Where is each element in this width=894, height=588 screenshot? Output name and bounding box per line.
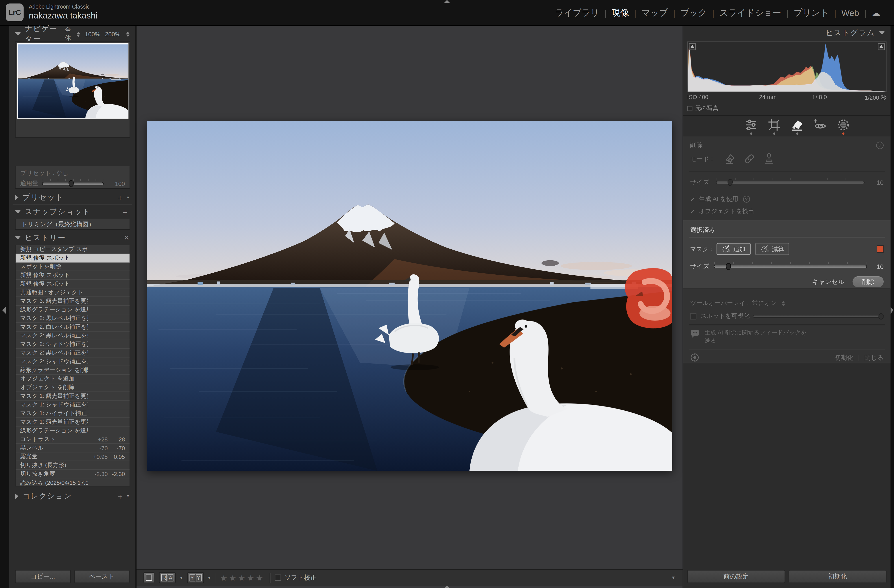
history-step[interactable]: 線形グラデーション を追加 [16,427,130,435]
history-step[interactable]: 切り抜き角度 -2.30 -2.30 [16,470,130,478]
clear-history-icon[interactable]: ✕ [124,234,130,242]
soft-proof-checkbox[interactable] [275,574,281,581]
photo-editor-view[interactable] [147,121,672,471]
mask-add-button[interactable]: 追加 [717,243,751,255]
visualize-spots-checkbox[interactable] [690,313,696,319]
module-tab-2[interactable]: マップ [642,8,668,18]
history-step[interactable]: 線形グラデーション を削除 [16,366,130,375]
add-snapshot-icon[interactable]: ＋ [121,208,130,216]
history-step[interactable]: 露光量 +0.95 0.95 [16,452,130,461]
module-tab-0[interactable]: ライブラリ [555,8,600,18]
previous-settings-button[interactable]: 前の設定 [687,570,785,583]
visualize-threshold-slider[interactable] [754,315,883,317]
mask-subtract-button[interactable]: 減算 [755,243,789,255]
history-step[interactable]: 線形グラデーション を追加 [16,306,130,314]
preset-menu-caret-icon[interactable]: ▾ [127,195,130,200]
feedback-link[interactable]: 生成 AI 削除に関するフィードバックを送る [690,329,883,345]
history-step[interactable]: オブジェクト を削除 [16,383,130,392]
zoom-level-updown-icon[interactable] [126,32,130,37]
history-header[interactable]: ヒストリー ✕ [9,232,136,244]
history-step[interactable]: マスク 2: 白レベル補正を更新 [16,323,130,332]
masking-tool-icon[interactable] [836,118,851,132]
preset-amount-slider-thumb[interactable] [68,180,74,187]
preset-amount-slider[interactable] [42,182,103,185]
original-photo-checkbox[interactable] [687,106,693,111]
reset-button[interactable]: 初期化 [788,570,886,583]
selected-size-slider-thumb[interactable] [726,263,731,270]
collapse-right-icon[interactable] [891,307,893,314]
delete-button[interactable]: 削除 [853,276,883,287]
split-view-caret-icon[interactable]: ▾ [208,576,210,580]
ai-help-icon[interactable]: ? [743,196,750,202]
collection-menu-caret-icon[interactable]: ▾ [127,494,130,499]
presets-header[interactable]: プリセット ＋▾ [9,191,136,204]
history-step[interactable]: 新規 修復 スポット [16,271,130,280]
history-step[interactable]: 新規 修復 スポット [16,254,130,262]
module-tab-1[interactable]: 現像 [612,8,629,18]
paste-button[interactable]: ペースト [74,570,130,583]
histogram-chart[interactable] [687,41,886,92]
collections-header[interactable]: コレクション ＋▾ [9,490,136,503]
history-step[interactable]: 共通範囲 : オブジェクト [16,288,130,297]
history-step[interactable]: マスク 1: 露光量補正を更新 [16,392,130,401]
zoom-updown-icon[interactable] [77,32,80,37]
tool-close-link[interactable]: 閉じる [864,353,883,362]
highlight-clipping-button[interactable] [878,43,885,50]
tool-reset-link[interactable]: 初期化 [835,353,853,362]
module-tab-6[interactable]: Web [841,8,859,18]
loupe-view-button[interactable] [143,572,154,583]
crop-tool-icon[interactable] [767,118,782,132]
selected-size-slider[interactable] [714,265,866,267]
histogram-header[interactable]: ヒストグラム [826,28,885,38]
history-step[interactable]: マスク 2: 黒レベル補正を更新 [16,314,130,323]
remove-size-slider-thumb[interactable] [728,179,733,185]
history-step[interactable]: マスク 2: 黒レベル補正を更新 [16,332,130,340]
history-step[interactable]: マスク 2: 黒レベル補正を更新 [16,349,130,357]
mode-clone-icon[interactable] [763,152,775,165]
history-step[interactable]: マスク 1: シャドウ補正を更新 [16,401,130,409]
toolbar-content-caret-icon[interactable]: ▼ [671,575,676,580]
left-panel-rail[interactable] [0,26,9,588]
history-step[interactable]: 新規 コピースタンプ スポット [16,245,130,254]
history-step[interactable]: 黒レベル -70 -70 [16,444,130,452]
add-collection-icon[interactable]: ＋ [116,492,125,501]
edit-sliders-icon[interactable] [744,118,758,132]
history-step[interactable]: マスク 1: 露光量補正を更新 [16,418,130,427]
remove-tool-icon[interactable] [790,118,805,132]
snapshot-item[interactable]: トリミング（最終縦構図） [16,219,130,230]
right-panel-rail[interactable] [891,26,894,588]
visualize-slider-thumb[interactable] [878,313,883,319]
module-tab-4[interactable]: スライドショー [719,8,781,18]
split-view-button[interactable]: YY [187,572,204,583]
cancel-button[interactable]: キャンセル [812,277,844,286]
preview-eye-icon[interactable] [690,353,699,362]
cloud-sync-icon[interactable]: ☁ [871,8,880,18]
remove-size-slider[interactable] [717,181,864,183]
use-ai-checkbox[interactable]: ✓ [690,195,695,203]
module-tab-3[interactable]: ブック [680,8,707,18]
before-after-button[interactable]: RA [159,572,176,583]
collapse-left-icon[interactable] [2,307,6,314]
navigator-header[interactable]: ナビゲーター 全体 100% 200% [9,28,136,41]
mode-heal-icon[interactable] [743,152,756,165]
before-after-caret-icon[interactable]: ▾ [180,576,182,580]
zoom-100-option[interactable]: 100% [85,30,100,38]
red-eye-tool-icon[interactable] [813,118,828,132]
module-tab-5[interactable]: プリント [794,8,829,18]
history-step[interactable]: マスク 3: 露光量補正を更新 [16,297,130,306]
mask-color-swatch[interactable] [877,245,883,253]
overlay-updown-icon[interactable] [781,301,785,306]
history-step[interactable]: 読み込み (2025/04/15 17:05:00) [16,478,130,487]
mode-eraser-icon[interactable] [723,152,736,165]
history-step[interactable]: 新規 修復 スポット [16,280,130,288]
history-step[interactable]: コントラスト +28 28 [16,435,130,444]
history-step[interactable]: スポットを削除 [16,262,130,271]
tool-overlay-value[interactable]: 常にオン [752,299,777,308]
history-step[interactable]: オブジェクト を追加 [16,375,130,383]
history-step[interactable]: マスク 2: シャドウ補正を更新 [16,340,130,349]
star-rating[interactable]: ★★★★★ [220,573,265,582]
help-icon[interactable]: ? [876,142,883,149]
navigator-thumbnail[interactable] [17,43,128,119]
detect-objects-checkbox[interactable]: ✓ [690,208,695,215]
history-step[interactable]: 切り抜き (長方形) [16,461,130,470]
